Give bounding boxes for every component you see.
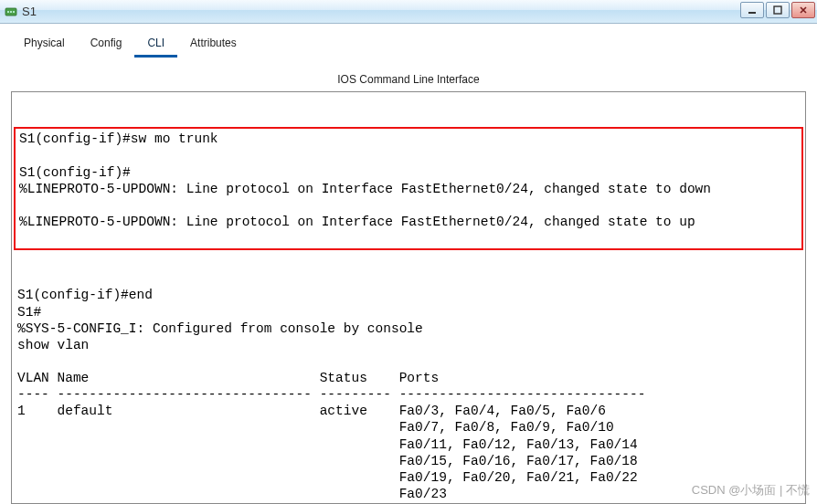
close-button[interactable] (791, 2, 815, 18)
app-icon (4, 5, 18, 19)
terminal-line (19, 197, 798, 214)
svg-point-3 (13, 11, 15, 13)
tab-physical[interactable]: Physical (11, 31, 78, 58)
terminal-line: S1(config-if)#end (17, 287, 800, 303)
tab-config[interactable]: Config (78, 31, 135, 58)
tab-bar: Physical Config CLI Attributes (7, 31, 810, 58)
terminal-line: Fa0/7, Fa0/8, Fa0/9, Fa0/10 (17, 419, 800, 436)
terminal-line: Fa0/23 (17, 486, 800, 502)
cli-highlighted-block: S1(config-if)#sw mo trunk S1(config-if)#… (14, 127, 803, 250)
terminal-line: S1# (17, 304, 800, 320)
cli-terminal[interactable]: S1(config-if)#sw mo trunk S1(config-if)#… (11, 91, 806, 504)
cli-panel: IOS Command Line Interface S1(config-if)… (7, 66, 810, 504)
svg-point-1 (7, 11, 9, 13)
content-area: Physical Config CLI Attributes IOS Comma… (0, 24, 817, 504)
terminal-line: %LINEPROTO-5-UPDOWN: Line protocol on In… (19, 214, 798, 230)
terminal-line: show vlan (17, 337, 800, 353)
window-titlebar: S1 (0, 0, 817, 24)
maximize-button[interactable] (766, 2, 790, 18)
cli-body-block: S1(config-if)#endS1#%SYS-5-CONFIG_I: Con… (17, 287, 800, 504)
svg-rect-5 (774, 6, 781, 14)
minimize-button[interactable] (740, 2, 764, 18)
terminal-line: Fa0/11, Fa0/12, Fa0/13, Fa0/14 (17, 436, 800, 453)
terminal-line: ---- -------------------------------- --… (17, 386, 800, 403)
window-title: S1 (22, 5, 37, 18)
window-controls (740, 2, 815, 18)
terminal-line (17, 353, 800, 370)
terminal-line: VLAN Name Status Ports (17, 370, 800, 386)
terminal-line: 1 default active Fa0/3, Fa0/4, Fa0/5, Fa… (17, 403, 800, 419)
tab-attributes[interactable]: Attributes (177, 31, 249, 58)
terminal-line (19, 147, 798, 163)
terminal-line: %SYS-5-CONFIG_I: Configured from console… (17, 320, 800, 337)
svg-rect-4 (748, 12, 756, 14)
panel-title: IOS Command Line Interface (11, 73, 806, 86)
terminal-line (19, 230, 798, 247)
terminal-line: S1(config-if)#sw mo trunk (19, 131, 798, 147)
terminal-line: Fa0/19, Fa0/20, Fa0/21, Fa0/22 (17, 469, 800, 486)
terminal-line: S1(config-if)# (19, 164, 798, 181)
terminal-line: Fa0/15, Fa0/16, Fa0/17, Fa0/18 (17, 453, 800, 469)
terminal-line: %LINEPROTO-5-UPDOWN: Line protocol on In… (19, 181, 798, 197)
svg-point-2 (10, 11, 12, 13)
tab-cli[interactable]: CLI (134, 31, 177, 58)
